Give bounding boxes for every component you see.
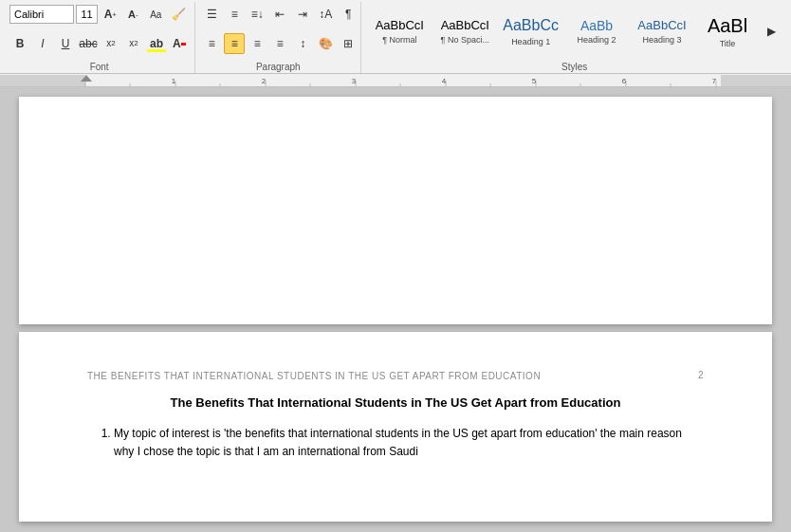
style-no-spacing-preview: AaBbCcI xyxy=(441,18,489,33)
toolbar: Calibri 11 A+ A- Aa 🧹 B I U abc x2 x2 ab… xyxy=(0,0,791,74)
font-bottom-row: B I U abc x2 x2 ab A xyxy=(9,33,189,54)
ruler: 1 2 3 4 5 6 7 xyxy=(0,74,791,87)
paragraph-bottom-row: ≡ ≡ ≡ ≡ ↕ 🎨 ⊞ xyxy=(201,33,355,54)
shrink-font-button[interactable]: A- xyxy=(122,4,143,25)
align-left-button[interactable]: ≡ xyxy=(201,33,222,54)
svg-text:2: 2 xyxy=(262,77,267,85)
superscript-button[interactable]: x2 xyxy=(123,33,144,54)
document-title: The Benefits That International Students… xyxy=(87,394,704,412)
svg-text:7: 7 xyxy=(712,77,717,85)
page-header: THE BENEFITS THAT INTERNATIONAL STUDENTS… xyxy=(87,370,704,383)
page-1 xyxy=(19,97,772,324)
style-heading1-label: Heading 1 xyxy=(511,37,550,46)
page-header-text: THE BENEFITS THAT INTERNATIONAL STUDENTS… xyxy=(87,370,541,383)
justify-button[interactable]: ≡ xyxy=(269,33,290,54)
font-section-label: Font xyxy=(9,61,189,73)
align-center-button[interactable]: ≡ xyxy=(224,33,245,54)
style-heading3-label: Heading 3 xyxy=(642,35,681,45)
font-section: Calibri 11 A+ A- Aa 🧹 B I U abc x2 x2 ab… xyxy=(4,2,195,73)
svg-text:3: 3 xyxy=(352,77,357,85)
style-title[interactable]: AaBl Title xyxy=(695,5,760,58)
highlight-button[interactable]: ab xyxy=(146,33,167,54)
multilevel-list-button[interactable]: ≡↓ xyxy=(247,4,267,25)
clear-format-button[interactable]: 🧹 xyxy=(168,4,189,25)
numbering-button[interactable]: ≡ xyxy=(224,4,245,25)
styles-row: AaBbCcI ¶ Normal AaBbCcI ¶ No Spaci... A… xyxy=(367,4,782,59)
style-heading2-label: Heading 2 xyxy=(577,35,616,45)
style-heading1[interactable]: AaBbCc Heading 1 xyxy=(498,5,563,58)
svg-text:4: 4 xyxy=(442,77,447,85)
font-name-box[interactable]: Calibri xyxy=(9,5,74,24)
font-size-box[interactable]: 11 xyxy=(76,5,98,24)
style-normal[interactable]: AaBbCcI ¶ Normal xyxy=(367,5,432,58)
sort-button[interactable]: ↕A xyxy=(315,4,336,25)
underline-button[interactable]: U xyxy=(55,33,76,54)
style-heading1-preview: AaBbCc xyxy=(503,16,559,34)
line-spacing-button[interactable]: ↕ xyxy=(292,33,313,54)
paragraph-section: ☰ ≡ ≡↓ ⇤ ⇥ ↕A ¶ ≡ ≡ ≡ ≡ ↕ 🎨 ⊞ Paragraph xyxy=(195,2,361,73)
style-normal-preview: AaBbCcI xyxy=(376,18,424,33)
show-hide-button[interactable]: ¶ xyxy=(338,4,359,25)
bullets-button[interactable]: ☰ xyxy=(201,4,222,25)
decrease-indent-button[interactable]: ⇤ xyxy=(269,4,290,25)
style-title-label: Title xyxy=(720,39,736,48)
font-top-row: Calibri 11 A+ A- Aa 🧹 xyxy=(9,4,189,25)
subscript-button[interactable]: x2 xyxy=(101,33,121,54)
style-heading3[interactable]: AaBbCcI Heading 3 xyxy=(630,5,694,58)
style-normal-label: ¶ Normal xyxy=(382,35,416,45)
italic-button[interactable]: I xyxy=(32,33,53,54)
styles-section: AaBbCcI ¶ Normal AaBbCcI ¶ No Spaci... A… xyxy=(361,2,787,73)
bold-button[interactable]: B xyxy=(9,33,30,54)
style-heading3-preview: AaBbCcI xyxy=(637,18,686,33)
font-color-button[interactable]: A xyxy=(169,33,190,54)
svg-rect-1 xyxy=(721,75,791,87)
svg-text:5: 5 xyxy=(532,77,537,85)
shading-button[interactable]: 🎨 xyxy=(315,33,336,54)
styles-section-label: Styles xyxy=(367,61,782,73)
paragraph-top-row: ☰ ≡ ≡↓ ⇤ ⇥ ↕A ¶ xyxy=(201,4,355,25)
grow-font-button[interactable]: A+ xyxy=(100,4,120,25)
strikethrough-button[interactable]: abc xyxy=(78,33,99,54)
svg-text:1: 1 xyxy=(172,77,176,85)
ruler-svg: 1 2 3 4 5 6 7 xyxy=(0,75,791,87)
styles-scroll-right[interactable]: ▶ xyxy=(761,21,782,42)
list-item: My topic of interest is 'the benefits th… xyxy=(114,425,704,461)
document-area: THE BENEFITS THAT INTERNATIONAL STUDENTS… xyxy=(0,87,791,532)
list-item-text: My topic of interest is 'the benefits th… xyxy=(114,427,682,458)
increase-indent-button[interactable]: ⇥ xyxy=(292,4,313,25)
highlight-color-bar xyxy=(147,49,166,52)
align-right-button[interactable]: ≡ xyxy=(247,33,267,54)
style-title-preview: AaBl xyxy=(708,14,747,37)
page-2: THE BENEFITS THAT INTERNATIONAL STUDENTS… xyxy=(19,332,772,522)
svg-text:6: 6 xyxy=(622,77,627,85)
style-heading2-preview: AaBb xyxy=(580,18,613,34)
borders-button[interactable]: ⊞ xyxy=(338,33,359,54)
paragraph-section-label: Paragraph xyxy=(201,61,355,73)
font-dialog-button[interactable]: Aa xyxy=(145,4,166,25)
style-no-spacing[interactable]: AaBbCcI ¶ No Spaci... xyxy=(432,5,497,58)
style-no-spacing-label: ¶ No Spaci... xyxy=(441,35,489,45)
numbered-list: My topic of interest is 'the benefits th… xyxy=(114,425,704,461)
style-heading2[interactable]: AaBb Heading 2 xyxy=(564,5,629,58)
svg-rect-0 xyxy=(0,75,85,87)
page-number: 2 xyxy=(698,370,704,380)
